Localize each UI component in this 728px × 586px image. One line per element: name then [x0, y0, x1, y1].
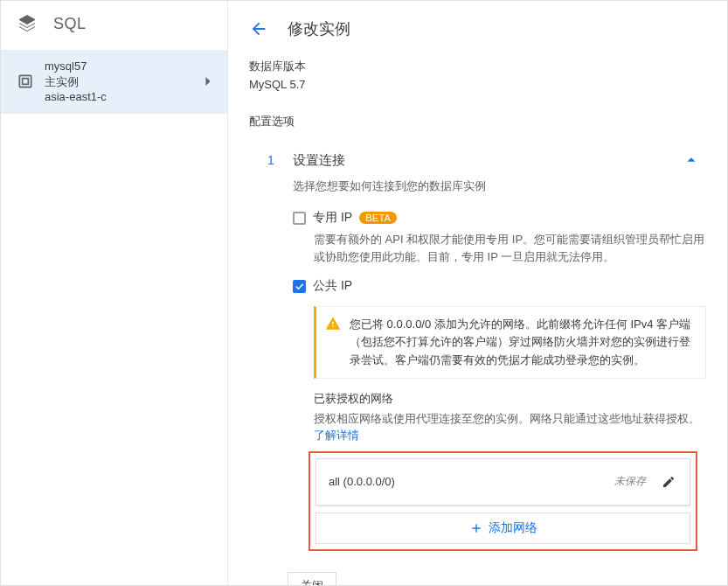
- auth-net-title: 已获授权的网络: [314, 391, 706, 407]
- chevron-up-icon: [682, 150, 701, 170]
- public-ip-option: 公共 IP: [293, 278, 706, 294]
- main-header: 修改实例: [228, 1, 727, 50]
- highlight-frame: all (0.0.0.0/0) 未保存 添加网络: [309, 451, 697, 551]
- sidebar-instance-item[interactable]: mysql57 主实例 asia-east1-c: [1, 50, 227, 114]
- instance-text: mysql57 主实例 asia-east1-c: [45, 59, 199, 105]
- edit-network-button[interactable]: [656, 470, 681, 494]
- step-number: 1: [260, 153, 282, 167]
- instance-type: 主实例: [45, 74, 199, 90]
- private-ip-label: 专用 IP: [313, 210, 352, 226]
- public-ip-label: 公共 IP: [313, 278, 352, 294]
- sidebar-header: SQL: [1, 1, 227, 50]
- private-ip-checkbox[interactable]: [293, 212, 306, 225]
- private-ip-help: 需要有额外的 API 和权限才能使用专用 IP。您可能需要请组织管理员帮忙启用或…: [314, 231, 706, 266]
- sidebar: SQL mysql57 主实例 asia-east1-c: [1, 1, 228, 585]
- step-description: 选择您想要如何连接到您的数据库实例: [293, 178, 706, 194]
- beta-badge: BETA: [359, 212, 397, 224]
- warning-icon: [325, 316, 341, 331]
- authorized-networks-section: 已获授权的网络 授权相应网络或使用代理连接至您的实例。网络只能通过这些地址获得授…: [314, 391, 706, 444]
- page-title: 修改实例: [288, 18, 350, 39]
- config-options-heading: 配置选项: [249, 114, 706, 129]
- db-version-label: 数据库版本: [249, 59, 706, 74]
- warning-box: 您已将 0.0.0.0/0 添加为允许的网络。此前缀将允许任何 IPv4 客户端…: [314, 306, 706, 378]
- auth-net-desc: 授权相应网络或使用代理连接至您的实例。网络只能通过这些地址获得授权。 了解详情: [314, 410, 706, 444]
- private-ip-option: 专用 IP BETA 需要有额外的 API 和权限才能使用专用 IP。您可能需要…: [293, 210, 706, 266]
- instance-icon: [17, 73, 34, 90]
- step-title: 设置连接: [293, 152, 682, 169]
- sql-product-icon: [17, 13, 38, 34]
- close-button[interactable]: 关闭: [288, 572, 336, 585]
- product-title: SQL: [53, 15, 87, 33]
- network-status: 未保存: [614, 474, 646, 489]
- instance-zone: asia-east1-c: [45, 89, 199, 105]
- db-version-value: MySQL 5.7: [249, 78, 706, 91]
- public-ip-checkbox[interactable]: [293, 280, 306, 293]
- main-content: 修改实例 数据库版本 MySQL 5.7 配置选项 1 设置连接 选择您想要如何…: [228, 1, 727, 585]
- network-entry: all (0.0.0.0/0) 未保存: [315, 458, 690, 506]
- warning-text: 您已将 0.0.0.0/0 添加为允许的网络。此前缀将允许任何 IPv4 客户端…: [350, 316, 693, 368]
- chevron-right-icon: [199, 73, 217, 90]
- instance-name: mysql57: [45, 59, 199, 74]
- svg-rect-1: [23, 79, 29, 85]
- learn-more-link[interactable]: 了解详情: [314, 429, 359, 442]
- svg-rect-0: [19, 76, 31, 87]
- step-connections-header[interactable]: 1 设置连接: [260, 142, 706, 177]
- add-network-label: 添加网络: [489, 520, 537, 536]
- back-button[interactable]: [249, 19, 268, 38]
- network-name: all (0.0.0.0/0): [329, 475, 614, 488]
- add-network-button[interactable]: 添加网络: [315, 513, 690, 544]
